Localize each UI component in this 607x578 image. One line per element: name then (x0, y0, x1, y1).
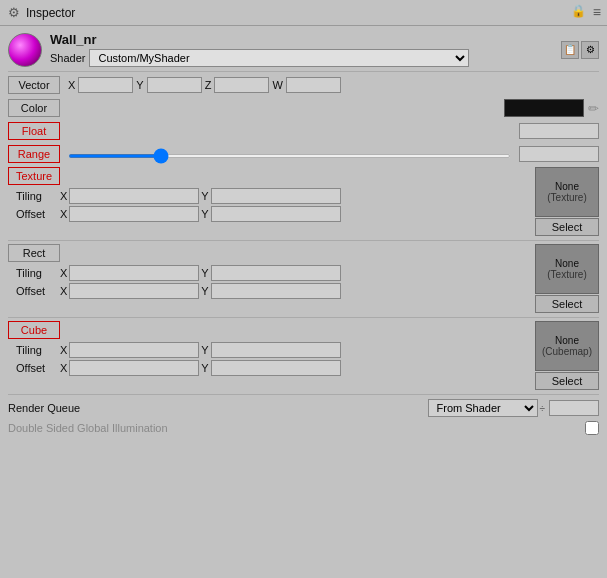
rox-label: X (60, 285, 67, 297)
ty-label: Y (201, 190, 208, 202)
ox-label: X (60, 208, 67, 220)
dsgi-label: Double Sided Global Illumination (8, 422, 585, 434)
pencil-icon[interactable]: ✏ (588, 101, 599, 116)
x-label: X (68, 79, 75, 91)
vector-z[interactable]: 0 (214, 77, 269, 93)
inspector-icon: ⚙ (8, 5, 20, 20)
color-swatch[interactable] (504, 99, 584, 117)
rect-tiling-label: Tiling (16, 267, 60, 279)
cube-tiling-y[interactable]: 1 (211, 342, 341, 358)
cty-label: Y (201, 344, 208, 356)
title-text: Inspector (26, 6, 75, 20)
cox-label: X (60, 362, 67, 374)
tiling-label: Tiling (16, 190, 60, 202)
texture-tiling-x[interactable]: 1 (69, 188, 199, 204)
lock-icon[interactable]: 🔒 (571, 4, 586, 20)
cube-preview[interactable]: None (Cubemap) (535, 321, 599, 371)
cube-offset-label: Offset (16, 362, 60, 374)
float-button[interactable]: Float (8, 122, 60, 140)
material-name: Wall_nr (50, 32, 557, 47)
tx-label: X (60, 190, 67, 202)
texture-offset-x[interactable]: 0 (69, 206, 199, 222)
cube-tiling-label: Tiling (16, 344, 60, 356)
rect-preview-line1: None (555, 258, 579, 269)
render-queue-label: Render Queue (8, 402, 428, 414)
roy-label: Y (201, 285, 208, 297)
vector-button[interactable]: Vector (8, 76, 60, 94)
cube-button[interactable]: Cube (8, 321, 60, 339)
texture-tiling-y[interactable]: 1 (211, 188, 341, 204)
oy-label: Y (201, 208, 208, 220)
rect-preview[interactable]: None (Texture) (535, 244, 599, 294)
rect-select-button[interactable]: Select (535, 295, 599, 313)
cube-preview-line2: (Cubemap) (542, 346, 592, 357)
range-slider[interactable] (68, 154, 511, 158)
ctx-label: X (60, 344, 67, 356)
cube-select-button[interactable]: Select (535, 372, 599, 390)
texture-select-button[interactable]: Select (535, 218, 599, 236)
vector-w[interactable]: 0 (286, 77, 341, 93)
color-button[interactable]: Color (8, 99, 60, 117)
render-queue-select[interactable]: From Shader Background Geometry AlphaTes… (428, 399, 538, 417)
range-value[interactable]: 0 (519, 146, 599, 162)
texture-preview[interactable]: None (Texture) (535, 167, 599, 217)
float-value[interactable]: 0 (519, 123, 599, 139)
material-ball (8, 33, 42, 67)
coy-label: Y (201, 362, 208, 374)
vector-x[interactable]: 0 (78, 77, 133, 93)
range-button[interactable]: Range (8, 145, 60, 163)
menu-icon[interactable]: ≡ (593, 4, 601, 20)
texture-preview-line2: (Texture) (547, 192, 586, 203)
cube-tiling-x[interactable]: 1 (69, 342, 199, 358)
z-label: Z (205, 79, 212, 91)
rty-label: Y (201, 267, 208, 279)
rtx-label: X (60, 267, 67, 279)
rect-offset-label: Offset (16, 285, 60, 297)
rect-offset-x[interactable]: 0 (69, 283, 199, 299)
cube-offset-y[interactable]: 0 (211, 360, 341, 376)
shader-select[interactable]: Custom/MyShader (89, 49, 469, 67)
shader-label: Shader (50, 52, 85, 64)
texture-button[interactable]: Texture (8, 167, 60, 185)
rq-arrow: ÷ (540, 403, 546, 414)
offset-label: Offset (16, 208, 60, 220)
y-label: Y (136, 79, 143, 91)
rect-tiling-y[interactable]: 1 (211, 265, 341, 281)
rect-preview-line2: (Texture) (547, 269, 586, 280)
w-label: W (272, 79, 282, 91)
render-queue-value[interactable]: 2000 (549, 400, 599, 416)
rect-offset-y[interactable]: 0 (211, 283, 341, 299)
rect-button[interactable]: Rect (8, 244, 60, 262)
copy-icon[interactable]: 📋 (561, 41, 579, 59)
dsgi-checkbox[interactable] (585, 421, 599, 435)
vector-y[interactable]: 0 (147, 77, 202, 93)
rect-tiling-x[interactable]: 1 (69, 265, 199, 281)
texture-preview-line1: None (555, 181, 579, 192)
settings-icon[interactable]: ⚙ (581, 41, 599, 59)
texture-offset-y[interactable]: 0 (211, 206, 341, 222)
cube-preview-line1: None (555, 335, 579, 346)
cube-offset-x[interactable]: 0 (69, 360, 199, 376)
